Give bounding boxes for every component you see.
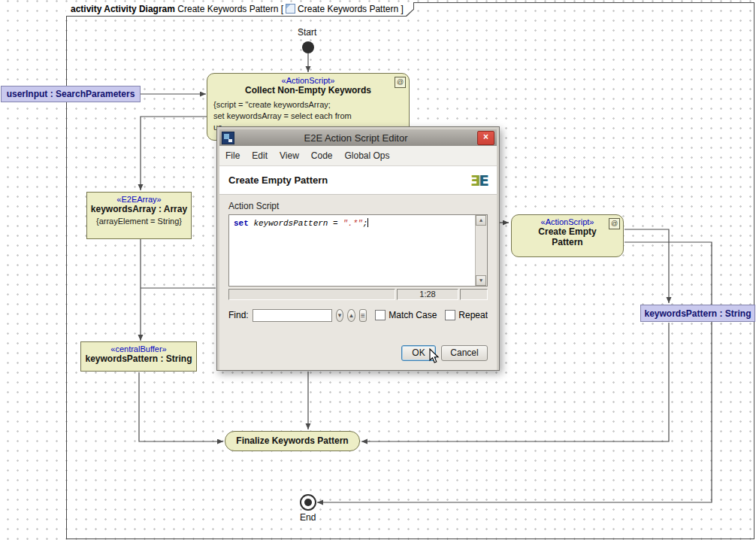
node-keywords-array[interactable]: «E2EArray» keywordsArray : Array {arrayE… [86,192,192,239]
repeat-label: Repeat [458,310,488,320]
match-case-checkbox[interactable] [375,310,386,320]
script-adornment-icon: @ [609,218,620,229]
start-label: Start [298,27,316,38]
create-empty-title-line2: Pattern [512,237,623,247]
action-finalize[interactable]: Finalize Keywords Pattern [225,431,360,451]
code-semicolon: ; [363,219,368,228]
status-cursor-position: 1:28 [397,289,458,300]
create-empty-stereotype: «ActionScript» [512,217,623,226]
end-node-dot [304,499,312,506]
find-input[interactable] [253,309,332,322]
action-create-empty-pattern[interactable]: «ActionScript» Create Empty Pattern @ [511,214,624,257]
code-keyword: set [234,219,249,228]
buffer-stereotype: «centralBuffer» [81,344,196,353]
script-adornment-icon: @ [395,77,406,88]
editor-statusbar: 1:28 [228,289,488,300]
scrollbar[interactable]: ▲ ▼ [475,215,487,286]
status-cell-right [460,289,488,300]
collect-stereotype: «ActionScript» [207,76,409,85]
flow-collect-to-array [141,117,207,190]
start-node[interactable] [302,41,314,53]
collect-script-line: set keywordsArray = select each from [213,111,403,122]
buffer-title: keywordsPattern : String [81,353,196,364]
array-title: keywordsArray : Array [87,204,191,214]
param-user-input[interactable]: userInput : SearchParameters [1,86,141,102]
dialog-titlebar[interactable]: E2E Action Script Editor × [219,129,497,146]
menu-view[interactable]: View [274,148,305,163]
code-editor[interactable]: set keywordsPattern = ".*"; ▲ ▼ [228,214,488,287]
param-keywords-pattern[interactable]: keywordsPattern : String [640,305,755,322]
dialog-buttons: OK Cancel [228,345,488,361]
array-stereotype: «E2EArray» [87,195,191,204]
repeat-checkbox[interactable] [445,310,455,320]
find-label: Find: [228,310,249,320]
mouse-cursor [429,348,441,365]
scroll-up-icon[interactable]: ▲ [476,215,486,226]
node-central-buffer[interactable]: «centralBuffer» keywordsPattern : String [80,341,197,372]
menu-file[interactable]: File [219,148,246,163]
app-icon [222,132,234,144]
end-node[interactable] [300,494,316,511]
collect-title: Collect Non-Empty Keywords [207,85,409,96]
code-string: ".*" [343,219,362,228]
action-script-label: Action Script [228,201,488,211]
end-label: End [300,512,316,523]
flow-create-empty-to-pattern [624,229,669,303]
dialog-title: E2E Action Script Editor [234,132,477,144]
find-bar: Find: ▾ ▴ ≡ Match Case Repeat [228,307,488,323]
dialog-header-title: Create Empty Pattern [228,174,470,186]
match-case-label: Match Case [389,310,437,320]
status-cell-left [228,289,395,300]
close-button[interactable]: × [477,131,494,145]
menu-global-ops[interactable]: Global Ops [339,148,396,163]
find-next-icon[interactable]: ▾ [336,309,344,322]
text-caret [367,218,368,227]
array-tag: {arrayElement = String} [87,217,191,226]
finalize-title: Finalize Keywords Pattern [225,432,359,451]
dialog-menubar: File Edit View Code Global Ops [219,146,497,166]
collect-script-line: {script = "create keywordsArray; [213,99,403,111]
cancel-button[interactable]: Cancel [441,345,488,361]
flow-buffer-to-finalize [139,372,223,441]
diagram-canvas: activity Activity Diagram Create Keyword… [0,0,756,540]
action-script-editor-dialog: E2E Action Script Editor × File Edit Vie… [216,126,500,371]
find-options-icon[interactable]: ≡ [359,309,367,322]
menu-edit[interactable]: Edit [246,148,274,163]
e2e-logo-icon: ƎE [470,171,488,190]
scroll-down-icon[interactable]: ▼ [476,275,486,286]
find-previous-icon[interactable]: ▴ [347,309,355,322]
dialog-header: Create Empty Pattern ƎE [219,166,497,195]
code-text: keywordsPattern = [249,219,343,228]
dialog-body: Action Script set keywordsPattern = ".*"… [219,195,497,370]
menu-code[interactable]: Code [305,148,339,163]
create-empty-title-line1: Create Empty [512,226,623,237]
